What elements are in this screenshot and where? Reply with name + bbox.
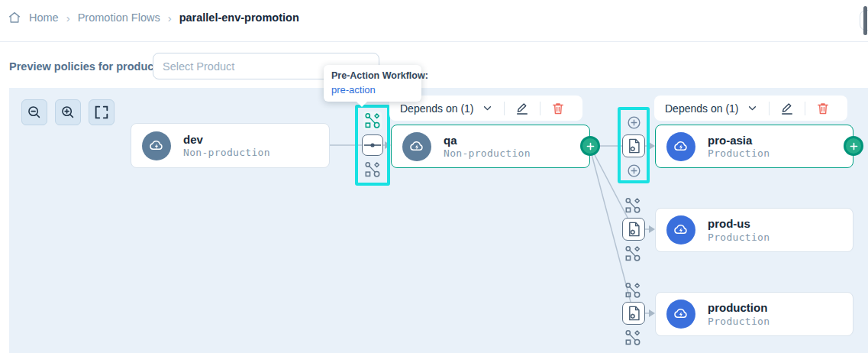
flow-canvas[interactable]: dev Non-production Depends on (1) qa Non… [9,88,868,353]
pre-action-workflow-button[interactable] [624,196,642,215]
env-subtitle: Production [708,316,770,327]
chevron-down-icon[interactable] [746,102,759,115]
edit-pencil-icon [779,101,795,116]
header-divider [0,41,868,42]
toolbar-divider [504,102,505,115]
post-action-workflow-button[interactable] [363,160,382,179]
policy-settings-button[interactable] [622,302,645,325]
workflow-icon [364,112,381,129]
add-environment-button[interactable] [844,136,863,156]
doc-gear-icon [624,303,644,323]
env-card-qa[interactable]: qa Non-production [391,125,590,168]
plus-circle-icon [626,163,642,179]
env-title: pro-asia [708,134,770,148]
edit-button[interactable] [779,101,795,116]
zoom-in-button[interactable] [55,99,81,125]
zoom-in-icon [60,104,76,121]
depends-on-button[interactable]: Depends on (1) [400,102,474,115]
toolbar-divider [805,102,805,115]
trash-icon [550,101,566,116]
env-title: qa [444,134,531,148]
env-subtitle: Production [708,232,770,243]
fit-view-icon [93,104,110,121]
env-card-pro-asia[interactable]: pro-asia Production [655,125,853,168]
env-subtitle: Production [708,147,770,159]
plus-circle-icon [626,115,642,131]
delete-button[interactable] [550,101,566,116]
breadcrumb: Home › Promotion Flows › parallel-env-pr… [8,11,299,24]
toolbar-divider [540,102,540,115]
workflow-icon [364,161,381,178]
breadcrumb-current-flow: parallel-env-promotion [179,11,299,24]
add-plus-icon [848,141,860,152]
breadcrumb-promotion-flows[interactable]: Promotion Flows [78,11,160,24]
add-pre-action-button[interactable] [624,113,643,131]
policy-settings-button[interactable] [622,218,645,241]
env-title: dev [183,133,270,147]
toolbar-divider [769,102,770,115]
cloud-bolt-icon [666,132,695,161]
fit-view-button[interactable] [89,99,115,125]
delete-button[interactable] [815,101,831,116]
tooltip-caret [356,101,368,107]
env-title: production [708,301,770,316]
pre-action-workflow-button[interactable] [624,281,642,300]
workflow-icon [624,329,641,346]
promotion-flow-page: Home › Promotion Flows › parallel-env-pr… [0,0,868,353]
cloud-bolt-icon [142,131,171,160]
policy-settings-button[interactable] [622,134,645,157]
edit-pencil-icon [515,101,530,116]
vertical-scrollbar[interactable] [863,6,867,35]
zoom-out-icon [26,104,43,121]
commit-button[interactable] [362,134,383,156]
workflow-icon [624,282,641,299]
post-action-workflow-button[interactable] [624,245,642,263]
preview-policies-label: Preview policies for product: [9,60,161,73]
chevron-right-icon: › [66,11,70,24]
chevron-right-icon: › [168,11,172,24]
env-card-dev[interactable]: dev Non-production [131,123,330,168]
cloud-bolt-icon [666,215,695,245]
workflow-icon [624,197,641,214]
workflow-icon [624,245,641,262]
add-post-action-button[interactable] [624,161,643,180]
add-plus-icon [585,141,596,152]
zoom-out-button[interactable] [21,99,47,125]
cloud-bolt-icon [402,132,431,161]
env-card-production[interactable]: production Production [655,292,853,336]
add-environment-button[interactable] [580,136,600,156]
edit-button[interactable] [515,101,530,116]
cloud-bolt-icon [666,300,695,329]
env-title: prod-us [708,217,770,232]
doc-gear-icon [624,219,644,239]
pre-action-workflow-button[interactable] [363,112,382,130]
chevron-down-icon[interactable] [481,102,494,115]
pro-asia-node-toolbar: Depends on (1) [654,96,847,121]
home-icon[interactable] [8,11,21,24]
env-subtitle: Non-production [444,147,531,159]
commit-icon [363,140,382,151]
pre-action-workflow-tooltip: Pre-Action Workflow: pre-action [324,65,421,102]
tooltip-title: Pre-Action Workflow: [331,70,414,81]
env-card-prod-us[interactable]: prod-us Production [655,208,853,252]
trash-icon [815,101,831,116]
depends-on-button[interactable]: Depends on (1) [665,102,739,115]
doc-gear-icon [624,136,644,156]
post-action-workflow-button[interactable] [624,329,642,347]
breadcrumb-home[interactable]: Home [29,11,59,24]
env-subtitle: Non-production [183,147,270,158]
tooltip-workflow-link[interactable]: pre-action [331,84,414,96]
